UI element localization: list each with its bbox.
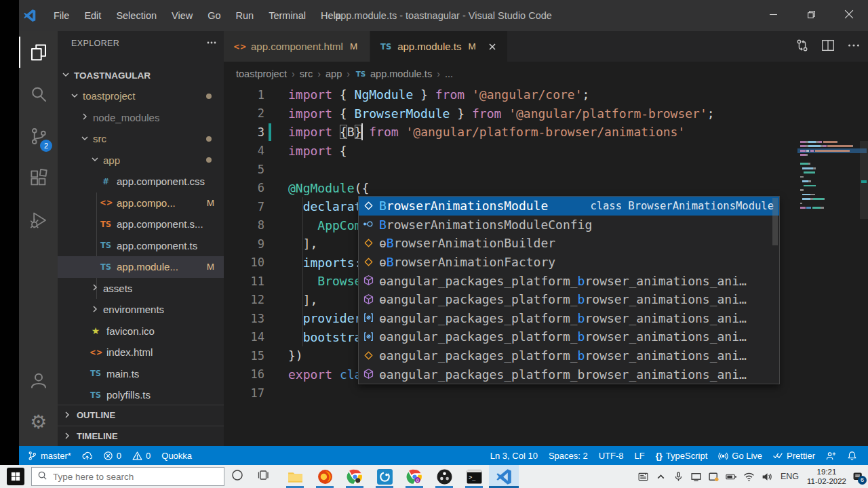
status-lf[interactable]: LF [629,446,650,465]
tree-folder-node-modules[interactable]: node_modules [58,107,224,129]
menu-file[interactable]: File [46,7,77,24]
tree-file-app.component.ts[interactable]: TSapp.component.ts [58,235,224,257]
tree-folder-app[interactable]: app [58,150,224,171]
open-changes-icon[interactable] [795,38,810,56]
status-quokka[interactable]: Quokka [156,446,197,465]
timeline-panel-header[interactable]: TIMELINE [58,426,224,446]
activity-account-button[interactable] [19,359,58,401]
breadcrumb-item-src[interactable]: src [300,68,313,79]
suggestion-BrowserAnimationsModule[interactable]: BrowserAnimationsModuleclass BrowserAnim… [359,197,779,216]
status-bell[interactable] [842,446,863,465]
language-indicator[interactable]: ENG [778,472,801,481]
breadcrumb-item-toastproject[interactable]: toastproject [236,68,287,79]
tree-folder-toastproject[interactable]: toastproject [58,85,224,107]
menu-help[interactable]: Help [313,7,349,24]
status-feedback[interactable] [821,446,842,465]
tree-folder-assets[interactable]: assets [58,278,224,300]
taskbar-app-screen-recorder[interactable] [370,465,399,488]
show-hidden-icons-chevron-icon[interactable] [655,471,667,483]
menu-run[interactable]: Run [229,7,262,24]
taskbar-app-terminal[interactable]: >_ [459,465,489,488]
start-button[interactable] [0,465,31,488]
tree-file-app.compo...[interactable]: <>app.compo...M [58,192,224,214]
suggestion-ɵangular_packages_platform_bro[interactable]: ɵangular_packages_platform_browser_anima… [359,346,779,365]
volume-icon[interactable] [761,471,772,483]
status-utf-8[interactable]: UTF-8 [593,446,629,465]
search-input[interactable] [53,472,202,482]
suggestion-ɵangular_packages_platform_bro[interactable]: ɵangular_packages_platform_browser_anima… [359,309,779,328]
activity-scm-button[interactable]: 2 [19,115,58,157]
wifi-icon[interactable] [743,471,755,483]
taskbar-app-obs[interactable] [429,465,459,488]
activity-explorer-button[interactable] [19,31,58,73]
tree-file-app.component.css[interactable]: #app.component.css [58,171,224,192]
suggestion-ɵBrowserAnimationFactory[interactable]: ɵBrowserAnimationFactory [359,253,779,272]
microphone-icon[interactable] [673,471,684,483]
battery-icon[interactable] [726,471,737,483]
taskbar-app-chrome-alt[interactable]: 0 [399,465,429,488]
taskbar-app-vscode[interactable] [489,465,519,488]
minimap[interactable] [800,141,857,216]
suggestion-BrowserAnimationsModuleConfig[interactable]: BrowserAnimationsModuleConfig [359,216,779,235]
tree-folder-environments[interactable]: environments [58,299,224,321]
suggestion-ɵangular_packages_platform_bro[interactable]: ɵangular_packages_platform_browser_anima… [359,327,779,346]
tree-file-favicon.ico[interactable]: ★favicon.ico [58,321,224,342]
code-editor[interactable]: 1import { NgModule } from '@angular/core… [224,85,868,446]
suggest-scrollbar[interactable] [772,198,778,245]
activity-debug-button[interactable] [19,199,58,241]
close-button[interactable] [830,0,868,31]
task-view-button[interactable] [250,465,276,488]
cortana-button[interactable] [224,465,250,488]
status-go-live[interactable]: Go Live [713,446,768,465]
display-project-icon[interactable] [690,471,702,483]
suggestion-ɵangular_packages_platform_bro[interactable]: ɵangular_packages_platform_browser_anima… [359,271,779,290]
activity-settings-button[interactable]: ⚙ [19,401,58,443]
status-prettier[interactable]: Prettier [768,446,821,465]
taskbar-app-file-explorer[interactable] [280,465,310,488]
minimize-button[interactable] [754,0,792,31]
suggestion-ɵBrowserAnimationBuilder[interactable]: ɵBrowserAnimationBuilder [359,234,779,253]
clock[interactable]: 19:21 11-02-2022 [807,467,846,487]
suggestion-ɵangular_packages_platform_bro[interactable]: ɵangular_packages_platform_browser_anima… [359,290,779,309]
taskbar-search[interactable] [31,467,224,486]
menu-view[interactable]: View [164,7,200,24]
menu-selection[interactable]: Selection [108,7,164,24]
menu-terminal[interactable]: Terminal [261,7,313,24]
activity-search-button[interactable] [19,73,58,115]
tree-file-app.component.s...[interactable]: TSapp.component.s... [58,214,224,235]
status-ln-3-col-10[interactable]: Ln 3, Col 10 [485,446,543,465]
suggestion-ɵangular_packages_platform_bro[interactable]: ɵangular_packages_platform_browser_anima… [359,365,779,384]
status-0[interactable]: 0 [127,446,156,465]
activity-extensions-button[interactable] [19,157,58,199]
tree-file-polyfills.ts[interactable]: TSpolyfills.ts [58,384,224,406]
outline-panel-header[interactable]: OUTLINE [58,405,224,425]
menu-go[interactable]: Go [200,7,228,24]
status-master-[interactable]: master* [22,446,77,465]
more-actions-icon[interactable] [846,38,861,56]
tree-file-main.ts[interactable]: TSmain.ts [58,363,224,385]
status-sync[interactable] [77,446,98,465]
project-root-row[interactable]: TOASTNAGULAR [58,65,224,85]
tree-file-index.html[interactable]: <>index.html [58,342,224,363]
tab-app.component.html[interactable]: <>app.component.htmlM [224,31,370,62]
explorer-more-actions-icon[interactable] [206,37,217,50]
device-card-icon[interactable] [708,471,719,483]
tree-file-app.module...[interactable]: TSapp.module...M [58,256,224,278]
taskbar-app-firefox[interactable] [310,465,340,488]
notification-center-button[interactable]: 6 [852,471,864,483]
status-typescript[interactable]: {}TypeScript [650,446,713,465]
taskbar-app-chrome[interactable] [340,465,370,488]
tab-app.module.ts[interactable]: TSapp.module.tsM [370,31,507,62]
restore-button[interactable] [792,0,830,31]
breadcrumb-item-app[interactable]: app [326,68,342,79]
breadcrumb-item-app.module.ts[interactable]: TSapp.module.ts [355,68,432,79]
menu-edit[interactable]: Edit [77,7,108,24]
tree-folder-src[interactable]: src [58,128,224,150]
news-widget-icon[interactable] [637,471,649,483]
suggestion-label: ɵangular_packages_platform_browser_anima… [379,292,747,306]
status-spaces-2[interactable]: Spaces: 2 [543,446,593,465]
tab-close-icon[interactable] [487,41,498,52]
status-0[interactable]: 0 [98,446,127,465]
split-editor-icon[interactable] [821,38,835,56]
breadcrumb-item-...[interactable]: ... [445,68,453,79]
